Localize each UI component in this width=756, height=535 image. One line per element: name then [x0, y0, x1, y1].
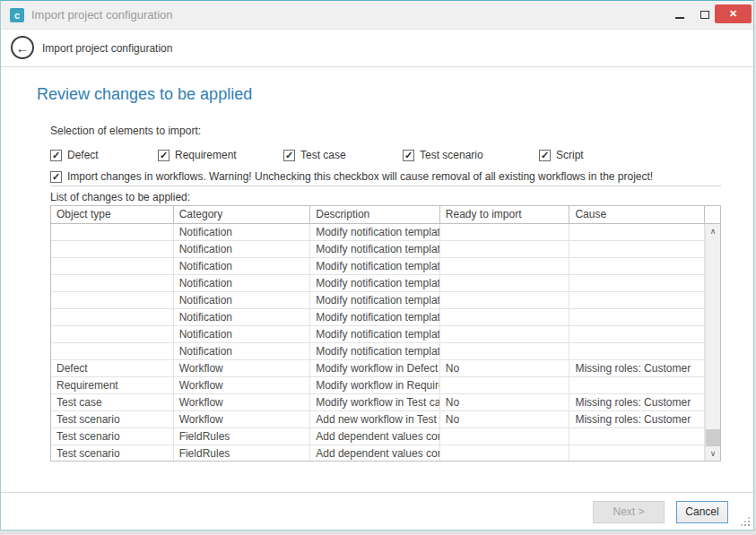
- header-bar: ← Import project configuration: [1, 30, 753, 67]
- table-row[interactable]: Test scenarioWorkflowAdd new workflow in…: [51, 411, 705, 428]
- table-body: NotificationModify notification templat.…: [51, 224, 705, 461]
- column-header-category[interactable]: Category: [174, 206, 311, 224]
- check-icon[interactable]: ✓: [50, 150, 62, 161]
- cell-object-type: Test scenario: [51, 445, 174, 461]
- column-header-cause[interactable]: Cause: [569, 206, 705, 224]
- app-icon: c: [10, 8, 24, 22]
- minimize-button[interactable]: [668, 6, 691, 24]
- cell-object-type: Test scenario: [51, 411, 174, 428]
- section-divider: [50, 186, 721, 186]
- cell-ready: No: [440, 411, 570, 428]
- cell-cause: [569, 258, 705, 275]
- scroll-down-icon[interactable]: ∨: [706, 446, 720, 461]
- scroll-up-icon[interactable]: ∧: [706, 224, 720, 238]
- cell-ready: [440, 343, 570, 360]
- cell-description: Modify workflow in Test ca...: [310, 394, 440, 411]
- checkbox-defect-label: Defect: [67, 149, 99, 161]
- footer-divider: [1, 492, 755, 493]
- cell-cause: Missing roles: Customer: [569, 411, 705, 428]
- check-icon[interactable]: ✓: [539, 150, 551, 161]
- checkbox-test-case[interactable]: ✓ Test case: [283, 149, 346, 161]
- checkbox-requirement-label: Requirement: [175, 149, 237, 161]
- cell-description: Modify notification templat...: [310, 292, 440, 309]
- cell-description: Modify notification templat...: [310, 309, 440, 326]
- resize-grip-icon[interactable]: [748, 524, 750, 526]
- cell-ready: [440, 258, 570, 275]
- checkbox-defect[interactable]: ✓ Defect: [50, 149, 99, 161]
- back-button[interactable]: ←: [11, 36, 34, 59]
- table-row[interactable]: NotificationModify notification templat.…: [51, 258, 705, 275]
- check-icon[interactable]: ✓: [158, 150, 169, 161]
- cell-category: Notification: [174, 258, 311, 275]
- cell-object-type: Requirement: [51, 377, 174, 394]
- dialog-window: c Import project configuration ✕ ← Impor…: [0, 0, 754, 531]
- cell-cause: [569, 241, 705, 258]
- checkbox-script-label: Script: [556, 149, 584, 161]
- cell-category: Workflow: [174, 377, 311, 394]
- table-row[interactable]: Test caseWorkflowModify workflow in Test…: [51, 394, 705, 411]
- cell-cause: [569, 428, 705, 445]
- cell-object-type: [51, 241, 174, 258]
- cell-ready: [440, 326, 570, 343]
- table-row[interactable]: NotificationModify notification templat.…: [51, 241, 705, 258]
- table-row[interactable]: Test scenarioFieldRulesAdd dependent val…: [51, 445, 705, 461]
- cell-object-type: [51, 258, 174, 275]
- table-row[interactable]: DefectWorkflowModify workflow in Defect …: [51, 360, 705, 377]
- column-header-description[interactable]: Description: [310, 206, 440, 224]
- cell-cause: [569, 309, 705, 326]
- cell-ready: [440, 292, 570, 309]
- cell-ready: [440, 309, 570, 326]
- cell-description: Modify notification templat...: [310, 241, 440, 258]
- table-row[interactable]: Test scenarioFieldRulesAdd dependent val…: [51, 428, 705, 445]
- cell-description: Add new workflow in Test ...: [310, 411, 440, 428]
- cell-category: Notification: [174, 241, 311, 258]
- check-icon[interactable]: ✓: [283, 150, 295, 161]
- cell-object-type: [51, 343, 174, 360]
- cell-object-type: [51, 309, 174, 326]
- cell-object-type: [51, 275, 174, 292]
- cell-description: Modify notification templat...: [310, 224, 440, 241]
- table-row[interactable]: RequirementWorkflowModify workflow in Re…: [51, 377, 705, 394]
- title-bar[interactable]: c Import project configuration ✕: [1, 1, 753, 30]
- cell-object-type: [51, 326, 174, 343]
- cell-ready: [440, 428, 570, 445]
- cell-object-type: [51, 292, 174, 309]
- table-row[interactable]: NotificationModify notification templat.…: [51, 275, 705, 292]
- changes-table: Object type Category Description Ready t…: [50, 205, 721, 462]
- cell-description: Modify workflow in Require...: [310, 377, 440, 394]
- checkbox-script[interactable]: ✓ Script: [539, 149, 584, 161]
- check-icon[interactable]: ✓: [50, 171, 62, 183]
- cell-description: Modify notification templat...: [310, 275, 440, 292]
- checkbox-requirement[interactable]: ✓ Requirement: [158, 149, 237, 161]
- scrollbar-thumb[interactable]: [706, 429, 720, 446]
- cell-description: Add dependent values con...: [310, 445, 440, 461]
- table-row[interactable]: NotificationModify notification templat.…: [51, 292, 705, 309]
- cell-category: Workflow: [174, 411, 311, 428]
- cell-object-type: Defect: [51, 360, 174, 377]
- table-row[interactable]: NotificationModify notification templat.…: [51, 343, 705, 360]
- next-button[interactable]: Next >: [593, 501, 665, 523]
- cell-cause: [569, 292, 705, 309]
- cell-ready: [440, 377, 570, 394]
- table-row[interactable]: NotificationModify notification templat.…: [51, 326, 705, 343]
- check-icon[interactable]: ✓: [403, 150, 414, 161]
- vertical-scrollbar[interactable]: ∧ ∨: [705, 224, 720, 461]
- checkbox-test-scenario[interactable]: ✓ Test scenario: [403, 149, 483, 161]
- column-header-object-type[interactable]: Object type: [51, 206, 174, 224]
- cell-category: Notification: [174, 309, 311, 326]
- cell-category: FieldRules: [174, 445, 311, 461]
- cell-cause: [569, 343, 705, 360]
- close-button[interactable]: ✕: [715, 4, 752, 23]
- column-header-ready[interactable]: Ready to import: [440, 206, 570, 224]
- cell-cause: [569, 224, 705, 241]
- maximize-button[interactable]: [693, 6, 717, 24]
- cell-ready: [440, 241, 570, 258]
- table-row[interactable]: NotificationModify notification templat.…: [51, 309, 705, 326]
- cancel-button[interactable]: Cancel: [676, 501, 728, 523]
- checkbox-import-workflows[interactable]: ✓ Import changes in workflows. Warning! …: [50, 170, 653, 183]
- cell-description: Modify notification templat...: [310, 326, 440, 343]
- cell-cause: Missing roles: Customer: [569, 394, 705, 411]
- checkbox-import-workflows-label: Import changes in workflows. Warning! Un…: [67, 170, 653, 183]
- cell-category: Notification: [174, 292, 311, 309]
- table-row[interactable]: NotificationModify notification templat.…: [51, 224, 705, 241]
